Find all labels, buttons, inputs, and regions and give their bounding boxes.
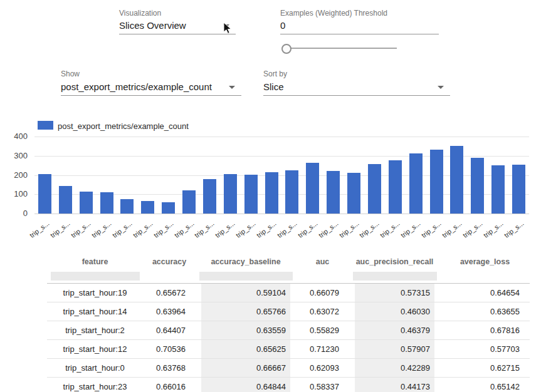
bar[interactable]: [182, 190, 196, 214]
cell-feature: trip_start_hour:2: [47, 321, 143, 340]
cell-accuracy_baseline: 0.59104: [196, 284, 296, 302]
bar[interactable]: [409, 153, 423, 214]
plot-area: trip_s...trip_s...trip_s...trip_s...trip…: [34, 137, 529, 214]
bar[interactable]: [224, 174, 237, 214]
metrics-table-container: featureaccuracyaccuracy_baselineaucauc_p…: [47, 253, 530, 392]
mouse-cursor-icon: [223, 22, 233, 36]
cell-average_loss: 0.63655: [440, 302, 530, 321]
bar[interactable]: [450, 146, 463, 214]
bar[interactable]: [285, 170, 298, 214]
table-filter-row: [47, 271, 530, 284]
sort-by-value: Slice: [263, 81, 284, 92]
metrics-table: featureaccuracyaccuracy_baselineaucauc_p…: [47, 253, 530, 392]
cell-average_loss: 0.57703: [440, 340, 530, 359]
gridline: [34, 214, 529, 214]
chevron-down-icon: [438, 86, 444, 89]
cell-average_loss: 0.65142: [440, 378, 530, 392]
sort-by-label: Sort by: [263, 70, 287, 78]
bar[interactable]: [80, 192, 93, 214]
cell-auc: 0.55829: [296, 321, 349, 340]
cell-accuracy_baseline: 0.64844: [196, 378, 296, 392]
cell-accuracy_baseline: 0.65625: [196, 340, 296, 359]
y-tick-label: 100: [14, 189, 28, 199]
filter-cell: [440, 271, 530, 284]
y-tick-label: 200: [14, 170, 28, 180]
bar[interactable]: [59, 186, 72, 214]
show-label: Show: [61, 70, 80, 78]
cell-auc: 0.62093: [296, 359, 349, 378]
bar[interactable]: [491, 165, 505, 214]
threshold-input[interactable]: 0: [280, 20, 439, 34]
bar[interactable]: [368, 164, 381, 214]
bar[interactable]: [203, 179, 216, 214]
y-tick-label: 300: [14, 151, 28, 160]
slicing-metrics-browser: Visualization Slices Overview Examples (…: [0, 0, 541, 392]
column-filter-input[interactable]: [353, 272, 437, 281]
cell-auc_precision_recall: 0.46379: [349, 321, 440, 340]
cell-auc: 0.71230: [296, 340, 349, 359]
bar[interactable]: [141, 201, 154, 214]
threshold-slider[interactable]: [280, 43, 399, 53]
cell-auc: 0.66079: [296, 284, 349, 302]
bar[interactable]: [120, 199, 134, 214]
slider-knob[interactable]: [281, 44, 292, 54]
visualization-label: Visualization: [119, 9, 161, 18]
filter-cell: [349, 271, 440, 284]
table-row[interactable]: trip_start_hour:120.705360.656250.712300…: [47, 340, 530, 359]
table-row[interactable]: trip_start_hour:230.660160.648440.583370…: [47, 378, 530, 392]
filter-cell: [47, 271, 143, 284]
bar[interactable]: [430, 150, 443, 214]
bar[interactable]: [100, 192, 113, 214]
cell-average_loss: 0.67816: [440, 321, 530, 340]
cell-auc_precision_recall: 0.44173: [349, 378, 440, 392]
table-row[interactable]: trip_start_hour:20.644070.635590.558290.…: [47, 321, 530, 340]
y-axis: 4003002001000: [0, 137, 29, 214]
cell-feature: trip_start_hour:23: [47, 378, 143, 392]
bar[interactable]: [244, 175, 258, 214]
table-row[interactable]: trip_start_hour:00.637680.666670.620930.…: [47, 359, 530, 378]
legend-label: post_export_metrics/example_count: [58, 121, 189, 131]
column-header-auc[interactable]: auc: [296, 253, 349, 271]
bar[interactable]: [389, 160, 402, 214]
cell-auc_precision_recall: 0.57907: [349, 340, 440, 359]
table-row[interactable]: trip_start_hour:190.656720.591040.660790…: [47, 284, 530, 302]
bar[interactable]: [327, 171, 340, 214]
bar[interactable]: [306, 163, 319, 214]
bar[interactable]: [265, 172, 278, 214]
column-header-accuracy_baseline[interactable]: accuracy_baseline: [196, 253, 296, 271]
filter-cell: [196, 271, 296, 284]
cell-accuracy_baseline: 0.65766: [196, 302, 296, 321]
table-row[interactable]: trip_start_hour:140.639640.657660.630720…: [47, 302, 530, 321]
cell-accuracy: 0.63768: [143, 359, 196, 378]
gridline: [34, 137, 529, 137]
sort-by-select[interactable]: Slice: [263, 81, 450, 96]
column-header-average_loss[interactable]: average_loss: [440, 253, 530, 271]
filter-cell: [143, 271, 196, 284]
cell-auc: 0.58337: [296, 378, 349, 392]
column-header-auc_precision_recall[interactable]: auc_precision_recall: [349, 253, 440, 271]
visualization-select[interactable]: Slices Overview: [119, 20, 236, 34]
column-filter-input[interactable]: [51, 272, 140, 281]
column-header-accuracy[interactable]: accuracy: [143, 253, 196, 271]
slices-bar-chart: post_export_metrics/example_count 400300…: [0, 119, 541, 244]
threshold-label: Examples (Weighted) Threshold: [280, 9, 387, 18]
visualization-value: Slices Overview: [119, 20, 186, 31]
cell-accuracy: 0.70536: [143, 340, 196, 359]
bar[interactable]: [162, 202, 175, 214]
column-filter-input[interactable]: [199, 272, 293, 281]
bar[interactable]: [471, 158, 484, 214]
show-select[interactable]: post_export_metrics/example_count: [61, 81, 241, 96]
cell-auc_precision_recall: 0.42289: [349, 359, 440, 378]
slider-track[interactable]: [284, 48, 397, 49]
column-header-feature[interactable]: feature: [47, 253, 143, 271]
show-value: post_export_metrics/example_count: [61, 81, 212, 92]
cell-feature: trip_start_hour:14: [47, 302, 143, 321]
cell-accuracy: 0.66016: [143, 378, 196, 392]
table-header-row: featureaccuracyaccuracy_baselineaucauc_p…: [47, 253, 530, 271]
bar[interactable]: [512, 165, 525, 214]
y-tick-label: 0: [23, 209, 28, 218]
bar[interactable]: [347, 173, 360, 214]
bar[interactable]: [38, 174, 51, 214]
cell-average_loss: 0.62715: [440, 359, 530, 378]
cell-auc: 0.63072: [296, 302, 349, 321]
